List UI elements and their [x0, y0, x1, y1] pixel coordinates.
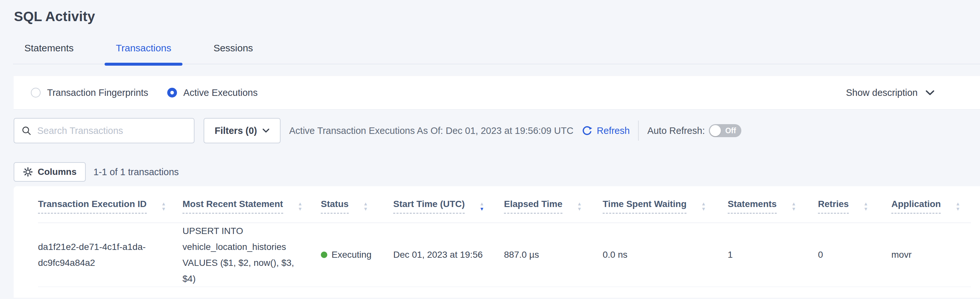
sort-arrows-icon: ▲▼ — [577, 201, 582, 211]
sql-activity-page: SQL Activity Statements Transactions Ses… — [0, 0, 980, 299]
radio-transaction-fingerprints[interactable]: Transaction Fingerprints — [31, 88, 148, 98]
radio-label: Transaction Fingerprints — [47, 88, 148, 98]
sort-arrows-icon: ▲▼ — [479, 201, 484, 211]
chevron-down-icon — [262, 128, 269, 133]
column-header-application[interactable]: Application ▲▼ — [891, 186, 971, 222]
chevron-down-icon — [926, 90, 935, 96]
cell-elapsed-time: 887.0 µs — [504, 222, 603, 287]
as-of-text: Active Transaction Executions As Of: Dec… — [290, 125, 573, 136]
toggle-knob-icon — [710, 125, 721, 136]
cell-most-recent-statement: UPSERT INTO vehicle_location_histories V… — [183, 222, 321, 287]
transactions-table-card: Transaction Execution ID ▲▼ Most Recent … — [14, 186, 980, 298]
column-header-status[interactable]: Status ▲▼ — [321, 186, 393, 222]
sort-arrows-icon: ▲▼ — [791, 201, 796, 211]
cell-start-time: Dec 01, 2023 at 19:56 — [393, 222, 504, 287]
tab-bar: Statements Transactions Sessions — [13, 34, 980, 64]
page-title: SQL Activity — [0, 0, 980, 25]
tab-sessions[interactable]: Sessions — [202, 34, 264, 64]
column-header-retries[interactable]: Retries ▲▼ — [818, 186, 891, 222]
table-header-row: Transaction Execution ID ▲▼ Most Recent … — [38, 186, 971, 222]
column-header-time-spent-waiting[interactable]: Time Spent Waiting ▲▼ — [603, 186, 728, 222]
results-count: 1-1 of 1 transactions — [94, 167, 179, 177]
cell-retries: 0 — [818, 222, 891, 287]
cell-time-spent-waiting: 0.0 ns — [603, 222, 728, 287]
column-header-elapsed-time[interactable]: Elapsed Time ▲▼ — [504, 186, 603, 222]
tab-statements[interactable]: Statements — [13, 34, 85, 64]
transactions-table: Transaction Execution ID ▲▼ Most Recent … — [38, 186, 971, 287]
sort-arrows-icon: ▲▼ — [363, 201, 368, 211]
sort-arrows-icon: ▲▼ — [864, 201, 868, 211]
cell-transaction-execution-id: da1f21e2-de71-4c1f-a1da-dc9fc94a84a2 — [38, 222, 183, 287]
show-description-label: Show description — [846, 88, 918, 98]
cell-status: Executing — [321, 222, 393, 287]
divider — [638, 121, 639, 141]
sort-arrows-icon: ▲▼ — [701, 201, 706, 211]
table-row: da1f21e2-de71-4c1f-a1da-dc9fc94a84a2 UPS… — [38, 222, 971, 287]
radio-selected-icon — [167, 88, 177, 98]
radio-unselected-icon — [31, 88, 41, 98]
column-header-statements[interactable]: Statements ▲▼ — [728, 186, 818, 222]
status-label: Executing — [331, 247, 371, 262]
sort-arrows-icon: ▲▼ — [955, 201, 960, 211]
auto-refresh-toggle[interactable]: Off — [709, 124, 741, 137]
results-bar: Columns 1-1 of 1 transactions — [14, 162, 980, 182]
auto-refresh-label: Auto Refresh: — [647, 125, 705, 136]
columns-button[interactable]: Columns — [14, 162, 86, 182]
radio-label: Active Executions — [183, 88, 258, 98]
sort-arrows-icon: ▲▼ — [161, 201, 166, 211]
column-header-start-time-utc[interactable]: Start Time (UTC) ▲▼ — [393, 186, 504, 222]
gear-icon — [23, 167, 33, 177]
filters-label: Filters (0) — [215, 125, 257, 136]
refresh-label: Refresh — [597, 125, 630, 136]
view-mode-bar: Transaction Fingerprints Active Executio… — [14, 76, 980, 110]
column-header-transaction-execution-id[interactable]: Transaction Execution ID ▲▼ — [38, 186, 183, 222]
radio-active-executions[interactable]: Active Executions — [167, 88, 258, 98]
cell-statements: 1 — [728, 222, 818, 287]
show-description-toggle[interactable]: Show description — [846, 88, 935, 98]
search-input[interactable] — [37, 125, 187, 136]
toolbar: Filters (0) Active Transaction Execution… — [14, 118, 966, 143]
tab-transactions[interactable]: Transactions — [105, 34, 183, 64]
toggle-state-label: Off — [725, 126, 736, 135]
search-icon — [21, 125, 32, 136]
refresh-icon — [581, 125, 593, 136]
column-header-most-recent-statement[interactable]: Most Recent Statement ▲▼ — [183, 186, 321, 222]
sort-arrows-icon: ▲▼ — [298, 201, 303, 211]
status-dot-icon — [321, 251, 327, 258]
search-box — [14, 118, 194, 143]
filters-button[interactable]: Filters (0) — [204, 118, 280, 143]
columns-label: Columns — [38, 167, 76, 177]
cell-application: movr — [891, 222, 971, 287]
refresh-button[interactable]: Refresh — [581, 125, 630, 136]
